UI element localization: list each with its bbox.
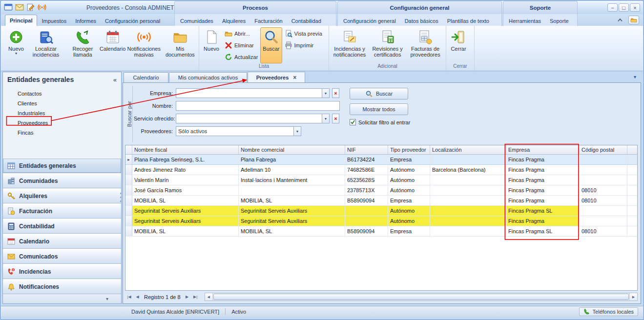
checkbox-checked-icon[interactable] <box>350 119 356 125</box>
servicio-ofrecido-input[interactable] <box>176 114 322 123</box>
localizar-incidencias-button[interactable]: Localizar incidencias <box>27 27 65 63</box>
sidebar-collapse-icon[interactable]: « <box>113 76 117 83</box>
grid-row[interactable]: Segurinitat Serveis AuxiliarsSegurinitat… <box>125 216 637 226</box>
broadcast-icon[interactable] <box>38 3 46 12</box>
ribbon-tab-configuracion-general[interactable]: Configuración general <box>339 16 400 26</box>
ribbon-tab-herramientas[interactable]: Herramientas <box>504 16 545 26</box>
empresa-dropdown-icon[interactable]: ▼ <box>322 88 330 98</box>
ribbon-tab-configuracion-personal[interactable]: Configuración personal <box>101 16 165 26</box>
nav-item-entidades-generales[interactable]: Entidades generales <box>3 158 121 173</box>
notificaciones-masivas-button[interactable]: Notificaciones masivas <box>125 27 163 63</box>
nav-item-notificaciones[interactable]: Notificaciones <box>3 279 121 294</box>
empresa-clear-icon[interactable]: × <box>332 88 339 98</box>
proveedores-dropdown-icon[interactable]: ▼ <box>294 126 301 136</box>
minimize-button[interactable]: − <box>607 3 618 12</box>
first-record-button[interactable]: |◀ <box>125 293 133 301</box>
abrir-button[interactable]: Abrir... <box>223 29 259 38</box>
nav-item-alquileres[interactable]: Alquileres <box>3 188 121 203</box>
ribbon-tab-facturacion[interactable]: Facturación <box>250 16 287 26</box>
last-record-button[interactable]: ▶| <box>191 293 200 301</box>
chevron-up-icon[interactable] <box>616 16 624 24</box>
buscar-button[interactable]: Buscar <box>260 27 282 63</box>
mass-notifications-icon <box>136 29 152 45</box>
new-item-icon <box>8 29 24 45</box>
column-header-nif[interactable]: NIF <box>345 145 388 154</box>
ribbon-tab-soporte[interactable]: Soporte <box>545 16 573 26</box>
tab-list-dropdown-icon[interactable]: ▾ <box>634 74 636 80</box>
recoger-llamada-button[interactable]: Recoger llamada <box>65 27 101 63</box>
nuevo-button[interactable]: Nuevo <box>201 27 222 63</box>
maximize-button[interactable]: □ <box>619 3 629 12</box>
ribbon-tab-principal[interactable]: Principal <box>5 15 37 26</box>
revisiones-y-certificados-button[interactable]: Revisiones y certificados <box>369 27 406 63</box>
document-tab-mis-comunicados-activos[interactable]: Mis comunicados activos <box>169 72 247 82</box>
horizontal-scrollbar[interactable]: ◀ ▶ <box>205 293 638 301</box>
actualizar-button[interactable]: Actualizar <box>223 52 259 61</box>
nav-item-comunidades[interactable]: Comunidades <box>3 173 121 188</box>
document-tab-proveedores[interactable]: Proveedores× <box>248 72 305 82</box>
solicitar-filtro-checkbox[interactable]: Solicitar filtro al entrar <box>350 119 410 125</box>
ribbon-tab-plantillas-de-texto[interactable]: Plantillas de texto <box>443 16 494 26</box>
grid-row[interactable]: José García Ramos23785713XAutónomoFincas… <box>125 185 637 196</box>
vista-previa-button[interactable]: Vista previa <box>283 29 324 38</box>
eliminar-button[interactable]: Eliminar <box>223 40 259 50</box>
nav-item-comunicados[interactable]: Comunicados <box>3 249 121 264</box>
facturas-de-proveedores-button[interactable]: Facturas de proveedores <box>406 27 444 63</box>
ribbon-tab-alquileres[interactable]: Alquileres <box>218 16 250 26</box>
buscar-button[interactable]: Buscar <box>350 88 408 100</box>
nav-item-incidencias[interactable]: Incidencias <box>3 264 121 279</box>
proveedores-input[interactable]: Sólo activos <box>176 126 294 136</box>
edit-note-icon[interactable] <box>26 3 35 12</box>
close-button[interactable]: × <box>630 3 640 12</box>
grid-row[interactable]: Andres Jimenez RatoAdellman 1074682586EA… <box>125 165 637 175</box>
column-header-codigo-postal[interactable]: Código postal <box>580 145 627 154</box>
ribbon-tab-impuestos[interactable]: Impuestos <box>37 16 71 26</box>
empresa-input[interactable] <box>176 88 322 98</box>
sidebar-link-proveedores[interactable]: Proveedores <box>3 118 121 128</box>
mostrar-todos-button[interactable]: Mostrar todos <box>350 103 408 115</box>
nav-item-contabilidad[interactable]: Contabilidad <box>3 219 121 234</box>
mis-documentos-button[interactable]: Mis documentos <box>163 27 197 63</box>
document-tab-calendario[interactable]: Calendario <box>124 72 168 82</box>
nav-item-facturacion[interactable]: Facturación <box>3 203 121 219</box>
servicio-ofrecido-clear-icon[interactable]: × <box>332 114 339 123</box>
imprimir-button[interactable]: Imprimir <box>283 40 324 50</box>
tab-close-icon[interactable]: × <box>293 75 296 80</box>
column-header-tipo-proveedor[interactable]: Tipo proveedor <box>388 145 430 154</box>
grid-row[interactable]: ▸Plana Fabrega Serinseg, S.L.Plana Fabre… <box>125 155 637 165</box>
local-phones-panel[interactable]: Teléfonos locales <box>579 307 638 316</box>
sidebar-link-contactos[interactable]: Contactos <box>3 89 121 99</box>
ribbon-tab-informes[interactable]: Informes <box>71 16 101 26</box>
next-record-button[interactable]: ▶ <box>183 293 191 301</box>
cerrar-button[interactable]: Cerrar <box>448 27 469 63</box>
splitter-grip[interactable] <box>120 193 122 194</box>
column-header-localizacion[interactable]: Localización <box>430 145 506 154</box>
scroll-right-icon[interactable]: ▶ <box>629 293 637 300</box>
mail-icon[interactable] <box>15 3 24 12</box>
previous-record-button[interactable]: ◀ <box>133 293 142 301</box>
chevron-down-icon[interactable]: ▾ <box>106 296 108 301</box>
sidebar-link-fincas[interactable]: Fincas <box>3 128 121 138</box>
column-header-nombre-comercial[interactable]: Nombre comercial <box>239 145 345 154</box>
nombre-input[interactable] <box>176 101 340 111</box>
grid-row[interactable]: MOBILIA, SLMOBILIA, SLB58909094EmpresaFi… <box>125 226 637 237</box>
sidebar-link-clientes[interactable]: Clientes <box>3 99 121 108</box>
servicio-ofrecido-dropdown-icon[interactable]: ▼ <box>322 114 330 123</box>
nuevo-button[interactable]: Nuevo▾ <box>5 27 27 63</box>
sidebar-link-industriales[interactable]: Industriales <box>3 108 121 118</box>
calendario-button[interactable]: Calendario <box>101 27 125 63</box>
ribbon-tab-contabilidad[interactable]: Contabilidad <box>287 16 326 26</box>
ribbon-tab-datos-basicos[interactable]: Datos básicos <box>400 16 443 26</box>
help-panel-icon[interactable] <box>628 16 639 24</box>
column-header-nombre-fiscal[interactable]: Nombre fiscal <box>132 145 239 154</box>
grid-row[interactable]: Segurinitat Serveis AuxiliarsSegurinitat… <box>125 206 637 216</box>
grid-row[interactable]: Valentín MarínInstal·lacions i Mantenime… <box>125 175 637 185</box>
scroll-left-icon[interactable]: ◀ <box>205 293 213 300</box>
app-window-icon[interactable] <box>4 3 13 12</box>
grid-row[interactable]: MOBILIA, SLMOBILIA, SLB58909094EmpresaFi… <box>125 196 637 206</box>
scrollbar-thumb[interactable] <box>213 294 629 300</box>
nav-item-calendario[interactable]: Calendario <box>3 234 121 249</box>
incidencias-y-notificaciones-button[interactable]: Incidencias y notificaciones <box>331 27 369 63</box>
ribbon-tab-comunidades[interactable]: Comunidades <box>176 16 218 26</box>
column-header-empresa[interactable]: Empresa <box>506 145 580 154</box>
